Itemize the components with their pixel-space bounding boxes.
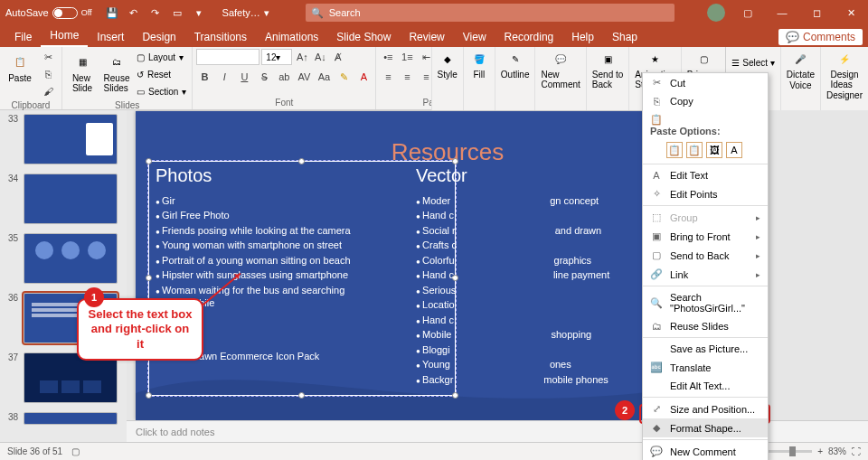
document-name[interactable]: Safety… ▾ [213,7,278,19]
ctx-paste-options-header: 📋 Paste Options: [643,110,768,140]
maximize-icon[interactable]: ◻ [799,0,834,25]
slide-thumbnail-panel[interactable]: 33 34 35 36 37 38 [0,110,127,442]
ctx-cut[interactable]: ✂Cut [643,73,768,92]
cut-icon: ✂ [650,77,663,89]
section-button[interactable]: ▭ Section ▾ [135,83,188,99]
reuse-slides-button[interactable]: 🗂 Reuse Slides [100,49,133,95]
tab-insert[interactable]: Insert [88,27,133,47]
annotation-badge-2: 2 [615,400,635,420]
design-ideas-button[interactable]: ⚡Design IdeasDesigner [820,47,868,110]
spacing-icon[interactable]: AV [296,69,312,85]
minimize-icon[interactable]: ― [765,0,799,25]
slide-thumbnail[interactable] [24,114,118,164]
tab-transitions[interactable]: Transitions [185,27,256,47]
shape-fill-button[interactable]: 🪣Fill [463,47,495,110]
zoom-in-button[interactable]: + [817,446,823,456]
ctx-copy[interactable]: ⎘Copy [643,92,768,110]
paste-option-keep-source[interactable]: 📋 [686,142,703,158]
list-item: Hipster with sunglasses using smartphone [156,268,427,283]
font-color-icon[interactable]: A [355,69,372,85]
comment-icon: 💬 [551,49,571,69]
send-to-back-button[interactable]: ▣Send to Back [586,47,628,110]
layout-button[interactable]: ▢ Layout ▾ [135,49,188,65]
change-case-icon[interactable]: Aa [316,69,332,85]
font-family-input[interactable] [196,49,259,65]
ctx-bring-to-front[interactable]: ▣Bring to Front▸ [643,227,768,246]
paste-option-dest-theme[interactable]: 📋 [666,142,683,158]
ctx-search[interactable]: 🔍Search "PhotosGirGirl..." [643,288,768,317]
slide-thumbnail[interactable] [24,412,118,425]
ctx-alt-text[interactable]: Edit Alt Text... [643,377,768,395]
clear-formatting-icon[interactable]: A̸ [330,49,346,65]
save-icon[interactable]: 💾 [105,5,119,20]
shape-outline-button[interactable]: ✎Outline [495,47,535,110]
new-comment-button[interactable]: 💬New Comment [534,47,585,110]
italic-icon[interactable]: I [216,69,232,85]
cut-icon[interactable]: ✂ [40,49,56,65]
tab-file[interactable]: File [5,27,41,47]
slide-thumbnail[interactable] [24,174,118,224]
ribbon-display-options-icon[interactable]: ▢ [731,0,765,25]
strike-icon[interactable]: S̶ [256,69,272,85]
new-slide-button[interactable]: ▦ New Slide [66,49,99,95]
align-left-icon[interactable]: ≡ [380,69,396,85]
ctx-save-as-picture[interactable]: Save as Picture... [643,340,768,358]
paste-option-picture[interactable]: 🖼 [706,142,722,158]
dictate-button[interactable]: 🎤DictateVoice [780,47,820,110]
user-avatar[interactable] [707,4,725,22]
highlight-icon[interactable]: ✎ [335,69,352,85]
zoom-percentage[interactable]: 83% [828,446,846,456]
increase-font-icon[interactable]: A↑ [294,49,310,65]
tab-animations[interactable]: Animations [256,27,327,47]
font-size-input[interactable]: 12▾ [261,49,292,65]
fit-to-window-icon[interactable]: ⛶ [852,446,861,456]
paste-option-text[interactable]: A [726,142,742,158]
tab-review[interactable]: Review [400,27,453,47]
numbering-icon[interactable]: 1≡ [399,49,415,65]
align-center-icon[interactable]: ≡ [399,69,415,85]
search-input[interactable]: 🔍 Search [306,4,675,22]
ctx-new-comment[interactable]: 💬New Comment [643,442,768,460]
tab-home[interactable]: Home [41,25,88,47]
close-icon[interactable]: ✕ [834,0,868,25]
redo-icon[interactable]: ↷ [148,5,163,20]
start-slideshow-icon[interactable]: ▭ [170,5,184,20]
select-button[interactable]: ☰ Select ▾ [731,49,774,68]
tab-recording[interactable]: Recording [495,27,563,47]
chevron-down-icon[interactable]: ▾ [264,7,269,19]
reset-button[interactable]: ↺ Reset [135,66,188,82]
bold-icon[interactable]: B [196,69,212,85]
autosave-switch-icon[interactable] [52,7,78,19]
paste-button[interactable]: 📋 Paste [4,49,36,85]
comments-button[interactable]: 💬 Comments [778,29,863,45]
ctx-size-and-position[interactable]: ⤢Size and Position... [643,399,768,418]
qat-dropdown-icon[interactable]: ▾ [192,5,206,20]
ctx-paste-options: 📋 📋 🖼 A [643,140,768,162]
undo-icon[interactable]: ↶ [127,5,141,20]
ctx-link[interactable]: 🔗Link▸ [643,265,768,284]
ctx-edit-text[interactable]: AEdit Text [643,166,768,184]
tab-slideshow[interactable]: Slide Show [327,27,400,47]
tab-help[interactable]: Help [562,27,603,47]
ctx-edit-points[interactable]: ✧Edit Points [643,184,768,203]
shape-style-button[interactable]: ◆Style [431,47,463,110]
spellcheck-icon[interactable]: ▢ [71,446,80,456]
group-slides: ▦ New Slide 🗂 Reuse Slides ▢ Layout ▾ ↺ … [62,47,193,109]
ctx-send-to-back[interactable]: ▢Send to Back▸ [643,246,768,265]
tab-view[interactable]: View [454,27,495,47]
ctx-format-shape[interactable]: ◆Format Shape... [643,418,768,437]
underline-icon[interactable]: U [236,69,252,85]
slide-thumbnail[interactable] [24,233,118,284]
ctx-reuse-slides[interactable]: 🗂Reuse Slides [643,317,768,335]
format-painter-icon[interactable]: 🖌 [40,83,56,99]
tab-design[interactable]: Design [133,27,184,47]
tab-shape-format[interactable]: Shap [603,27,646,47]
copy-icon: ⎘ [650,96,663,107]
bullets-icon[interactable]: •≡ [380,49,396,65]
reuse-icon: 🗂 [650,321,663,332]
autosave-toggle[interactable]: AutoSave Off [0,7,98,19]
shadow-icon[interactable]: ab [276,69,292,85]
copy-icon[interactable]: ⎘ [40,66,56,82]
decrease-font-icon[interactable]: A↓ [312,49,328,65]
ctx-translate[interactable]: 🔤Translate [643,358,768,377]
